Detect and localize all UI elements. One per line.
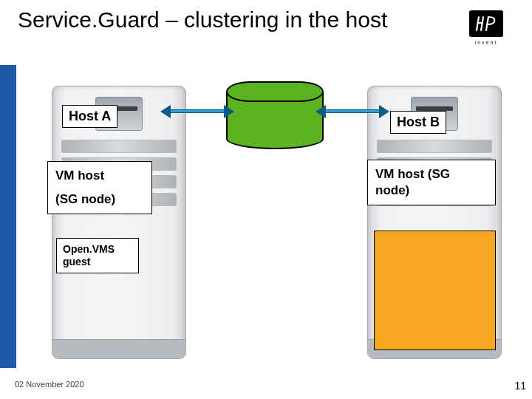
hp-logo-icon xyxy=(469,10,503,37)
hp-logo-caption: invent xyxy=(464,40,508,45)
openvms-guest-box: Open.VMS guest xyxy=(56,238,139,273)
link-b-to-storage xyxy=(325,109,380,113)
footer-page-number: 11 xyxy=(514,380,526,392)
hp-glyph-icon xyxy=(474,15,498,33)
vm-host-b-box: VM host (SG node) xyxy=(367,160,496,205)
host-a-label: Host A xyxy=(62,105,117,128)
link-a-to-storage xyxy=(170,109,225,113)
vm-host-a-line2: (SG node) xyxy=(55,191,144,208)
shared-storage-cylinder xyxy=(226,81,324,149)
arrow-right-icon xyxy=(379,105,389,118)
vm-host-a-box: VM host (SG node) xyxy=(47,161,152,214)
package-box xyxy=(374,231,496,350)
vm-host-a-line1: VM host xyxy=(55,168,144,184)
slide-title: Service.Guard – clustering in the host xyxy=(18,7,458,33)
arrow-right-icon xyxy=(224,105,234,118)
hp-logo: invent xyxy=(464,10,508,45)
arrow-left-icon xyxy=(160,105,171,118)
host-b-label: Host B xyxy=(390,111,446,134)
diagram-area: Host A Host B VM host (SG node) VM host … xyxy=(0,65,532,368)
arrow-left-icon xyxy=(316,105,326,118)
footer-date: 02 November 2020 xyxy=(15,380,84,389)
